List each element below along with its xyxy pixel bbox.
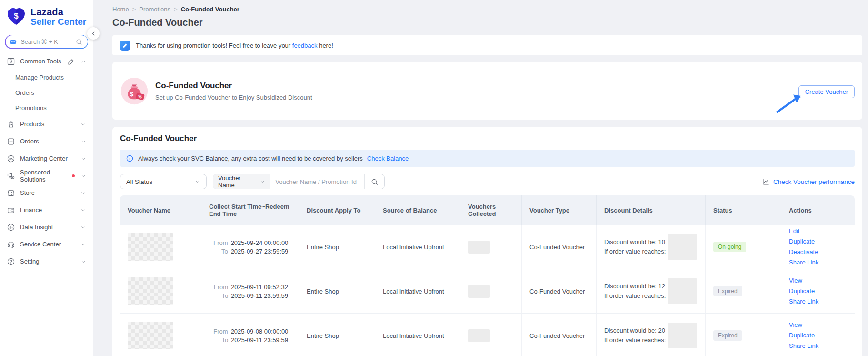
sidebar-item-label: Data Insight [20, 224, 76, 231]
breadcrumb-separator: > [132, 6, 136, 13]
chevron-left-icon [90, 31, 97, 37]
table-header-row: Voucher NameCollect Start Time~Redeem En… [120, 195, 855, 225]
breadcrumb-promotions[interactable]: Promotions [139, 6, 170, 13]
sidebar-item-data-insight[interactable]: Data Insight [0, 219, 93, 236]
duplicate-action-link[interactable]: Duplicate [789, 236, 847, 247]
sidebar-menu: ProductsOrdersMarketing CenterSponsored … [0, 116, 93, 270]
edit-pencil-icon[interactable] [67, 57, 76, 66]
sidebar-item-orders[interactable]: Orders [0, 133, 93, 150]
cell-voucher-type: Co-Funded Voucher [522, 269, 597, 314]
annotation-arrow-icon [774, 92, 803, 115]
time-label: To [212, 292, 228, 299]
search-icon[interactable] [75, 38, 83, 46]
time-label: From [212, 239, 228, 246]
voucher-search-group: Voucher Name [213, 174, 385, 189]
sidebar-item-products[interactable]: Products [0, 116, 93, 133]
search-type-select[interactable]: Voucher Name [213, 174, 270, 189]
feedback-text: Thanks for using promotion tools! Feel f… [136, 42, 333, 49]
chevron-down-icon [80, 207, 86, 213]
svg-text:$: $ [14, 11, 19, 20]
voucher-search-input[interactable] [270, 174, 364, 189]
sidebar-item-label: Service Center [20, 241, 76, 248]
discount-line2: If order value reaches: [604, 336, 666, 345]
status-badge: On-going [713, 242, 746, 252]
svg-text:$: $ [130, 91, 133, 97]
check-voucher-performance-link[interactable]: Check Voucher performance [762, 178, 855, 186]
share-link-action-link[interactable]: Share Link [789, 257, 847, 268]
duplicate-action-link[interactable]: Duplicate [789, 286, 847, 296]
breadcrumb: Home>Promotions>Co-Funded Voucher [112, 6, 862, 13]
sidebar-search [5, 35, 88, 49]
time-value: 2025-09-11 09:52:32 [231, 284, 288, 291]
sidebar-subitem-manage-products[interactable]: Manage Products [0, 70, 93, 85]
feedback-pencil-icon [120, 41, 130, 51]
bulb-badge-icon [7, 57, 15, 66]
notification-dot [72, 174, 75, 177]
search-submit-button[interactable] [364, 174, 384, 189]
sidebar-subitem-orders[interactable]: Orders [0, 85, 93, 101]
vouchers-collected-redacted [468, 241, 490, 254]
chevron-up-icon[interactable] [80, 59, 86, 64]
voucher-name-redacted [128, 322, 173, 349]
sidebar-collapse-button[interactable] [87, 27, 100, 40]
filter-row: All Status Voucher Name Check Voucher p [120, 174, 855, 189]
cell-discount-apply-to: Entire Shop [299, 269, 375, 314]
sidebar-item-finance[interactable]: Finance [0, 202, 93, 219]
view-action-link[interactable]: View [789, 275, 847, 286]
sidebar-item-marketing-center[interactable]: Marketing Center [0, 150, 93, 167]
sidebar-item-label: Orders [20, 138, 76, 145]
breadcrumb-separator: > [174, 6, 178, 13]
column-header-actions: Actions [781, 195, 855, 225]
share-link-action-link[interactable]: Share Link [789, 296, 847, 307]
sidebar-item-common-tools[interactable]: Common Tools [0, 53, 93, 70]
data-chart-icon [7, 223, 15, 232]
table-row: From2025-09-08 00:00:00To2025-09-11 23:5… [120, 314, 855, 356]
search-input[interactable] [21, 39, 72, 45]
view-action-link[interactable]: View [789, 320, 847, 330]
feedback-link[interactable]: feedback [292, 42, 318, 49]
cell-source-of-balance: Local Initiative Upfront [375, 314, 460, 356]
create-voucher-button[interactable]: Create Voucher [798, 85, 855, 98]
chevron-down-icon [80, 259, 86, 264]
feedback-text-after: here! [318, 42, 333, 49]
discount-line1: Discount would be: 12 [604, 282, 666, 291]
deactivate-action-link[interactable]: Deactivate [789, 247, 847, 257]
check-balance-link[interactable]: Check Balance [367, 155, 409, 162]
vouchers-collected-redacted [468, 285, 490, 298]
lazada-logo-icon: $ [6, 6, 27, 27]
cell-source-of-balance: Local Initiative Upfront [375, 269, 460, 314]
info-text: Always check your SVC Balance, any extra… [138, 155, 363, 162]
brand-name: Lazada [30, 7, 86, 17]
table-row: From2025-09-11 09:52:32To2025-09-11 23:5… [120, 269, 855, 314]
sidebar-item-service-center[interactable]: Service Center [0, 236, 93, 253]
performance-link-label: Check Voucher performance [773, 178, 855, 185]
cell-actions: ViewDuplicateShare Link [781, 314, 855, 356]
search-type-value: Voucher Name [218, 174, 256, 189]
sidebar-subitem-promotions[interactable]: Promotions [0, 101, 93, 116]
duplicate-action-link[interactable]: Duplicate [789, 330, 847, 341]
line-chart-icon [762, 178, 770, 186]
discount-value-redacted [668, 234, 697, 260]
status-filter-select[interactable]: All Status [120, 174, 207, 189]
discount-line2: If order value reaches: [604, 247, 666, 256]
time-value: 2025-09-11 23:59:59 [231, 336, 288, 344]
time-label: To [212, 248, 228, 255]
breadcrumb-home[interactable]: Home [112, 6, 129, 13]
brand-subname: Seller Center [30, 17, 86, 27]
chevron-down-icon [80, 139, 86, 144]
edit-action-link[interactable]: Edit [789, 226, 847, 236]
sidebar-item-setting[interactable]: Setting [0, 253, 93, 270]
discount-line1: Discount would be: 10 [604, 237, 666, 247]
cell-collect-redeem-time: From2025-09-08 00:00:00To2025-09-11 23:5… [201, 314, 299, 356]
share-link-action-link[interactable]: Share Link [789, 341, 847, 351]
cell-source-of-balance: Local Initiative Upfront [375, 225, 460, 269]
sidebar-item-label: Store [20, 189, 76, 196]
voucher-name-redacted [128, 277, 173, 305]
megaphone-dollar-icon [7, 172, 15, 180]
cell-discount-details: Discount would be: 12If order value reac… [597, 269, 706, 314]
sidebar-item-store[interactable]: Store [0, 184, 93, 202]
cell-vouchers-collected [460, 225, 522, 269]
table-body: From2025-09-24 00:00:00To2025-09-27 23:5… [120, 225, 855, 356]
status-badge: Expired [713, 330, 742, 341]
sidebar-item-sponsored-solutions[interactable]: Sponsored Solutions [0, 167, 93, 184]
